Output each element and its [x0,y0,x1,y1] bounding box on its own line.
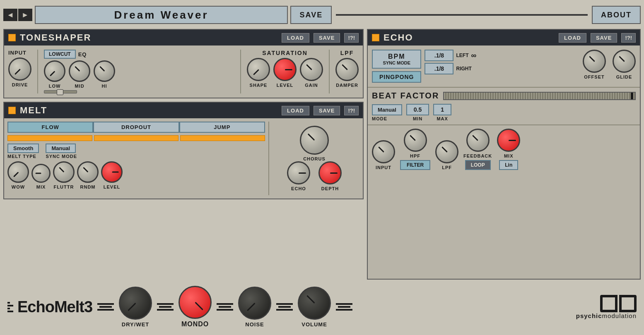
lin-button[interactable]: Lin [499,160,518,170]
mondo-knob[interactable] [178,286,212,319]
prev-button[interactable]: ◄ [3,9,17,21]
melt-sync-button[interactable]: Manual [46,144,76,153]
drive-knob[interactable] [8,57,31,81]
offset-label: OFFSET [584,74,604,79]
shape-knob[interactable] [247,58,270,81]
offset-knob[interactable] [583,50,606,73]
panels-row: TONESHAPER LOAD SAVE !?! INPUT DRIVE [3,29,641,280]
dry-wet-knob[interactable] [119,287,152,320]
eq-slider[interactable] [44,90,77,93]
toneshaper-indicator [8,34,16,41]
eq-line-9 [217,309,233,311]
ts-saturation-section: SATURATION SHAPE LEVEL [247,50,323,88]
bf-mode-group: Manual MODE [372,104,402,121]
damper-label: DAMPER [336,83,358,88]
feedback-label: FEEDBACK [463,153,492,158]
echo-mix-knob[interactable] [497,129,520,152]
mid-label: MID [75,84,84,89]
echo-save-button[interactable]: SAVE [591,33,617,43]
echo-panel: ECHO LOAD SAVE !?! BPM SYNC MODE [367,29,641,280]
gain-knob[interactable] [300,58,323,81]
wow-knob[interactable] [7,161,29,183]
eq-line-2 [99,306,112,308]
hi-knob[interactable] [94,60,115,82]
toneshaper-warn-button[interactable]: !?! [344,33,359,43]
melt-load-button[interactable]: LOAD [282,106,309,115]
ts-divider-1 [37,50,38,93]
hpf-knob-container: HPF FILTER [400,129,430,170]
echo-input-knob-container: INPUT [372,140,395,170]
preset-name-text: Dream Weaver [114,9,208,22]
melt-mix-knob[interactable] [31,164,51,183]
glide-label: GLIDE [616,74,632,79]
lpf-knob[interactable] [435,140,458,163]
bf-min-box[interactable]: 0.5 [406,104,429,115]
rndm-knob-container: RNDM [77,161,99,189]
bf-slider-container[interactable] [443,92,636,100]
fluttr-knob[interactable] [53,161,75,183]
filter-button[interactable]: FILTER [400,160,430,170]
psych-text: psychicmodulation [576,312,637,319]
echo-warn-button[interactable]: !?! [621,33,636,43]
toneshaper-load-button[interactable]: LOAD [282,33,309,43]
melt-mix-knob-container: MIX [31,164,51,189]
lpf-label: LPF [442,165,452,170]
sat-level-knob[interactable] [273,58,297,81]
right-panels: ECHO LOAD SAVE !?! BPM SYNC MODE [367,29,641,280]
toneshaper-save-button[interactable]: SAVE [314,33,340,43]
melt-tabs: FLOW DROPOUT JUMP [7,122,265,133]
low-knob[interactable] [44,60,65,82]
echo-input-knob[interactable] [372,140,395,163]
bf-min-group: 0.5 MIN [406,104,429,121]
bf-max-box[interactable]: 1 [433,104,451,115]
next-button[interactable]: ► [18,9,32,21]
melt-tab-dropout[interactable]: DROPOUT [93,122,179,133]
melt-right: CHORUS ECHO DEPTH [268,122,359,195]
echo-knob[interactable] [287,161,310,184]
bpm-text: BPM [379,53,414,60]
echo-indicator [372,34,379,41]
left-delay-label: LEFT [456,53,468,58]
bf-mode-button[interactable]: Manual [372,104,402,115]
depth-knob[interactable] [318,161,342,184]
damper-knob[interactable] [335,58,359,81]
about-button[interactable]: ABOUT [592,6,641,24]
psych-sq-left [600,295,617,312]
toneshaper-title: TONESHAPER [20,32,277,43]
hi-label: HI [102,84,107,89]
loop-button[interactable]: LOOP [465,160,491,170]
mid-knob[interactable] [69,60,90,82]
melt-type-sub: MELT TYPE [7,154,36,159]
right-delay-box[interactable]: .1/8 [425,63,453,74]
echo-load-button[interactable]: LOAD [559,33,586,43]
chorus-knob-container: CHORUS [300,126,329,161]
bf-title: BEAT FACTOR [372,91,439,100]
melt-level-knob[interactable] [101,161,123,183]
echo-depth-row: ECHO DEPTH [287,161,342,191]
volume-knob[interactable] [298,287,331,320]
rndm-knob[interactable] [77,161,99,183]
melt-sync-group: Manual SYNC MODE [46,144,77,159]
melt-tab-flow[interactable]: FLOW [7,122,93,133]
low-knob-container: LOW [44,60,65,89]
save-top-button[interactable]: SAVE [290,6,332,24]
lowcut-badge[interactable]: LOWCUT [44,50,76,59]
toneshaper-panel: TONESHAPER LOAD SAVE !?! INPUT DRIVE [3,29,364,98]
feedback-knob[interactable] [466,129,490,152]
shape-label: SHAPE [250,83,268,88]
psych-sq-right [619,295,637,312]
mid-knob-container: MID [69,60,90,89]
chorus-knob[interactable] [300,126,329,155]
melt-tab-jump[interactable]: JUMP [179,122,265,133]
left-delay-box[interactable]: .1/8 [425,50,453,61]
noise-knob[interactable] [238,287,271,320]
dry-wet-group: DRY/WET [119,287,152,328]
pingpong-button[interactable]: PINGPONG [372,71,421,83]
eq-slider-thumb [57,89,63,95]
hpf-knob[interactable] [404,129,427,152]
left-panels: TONESHAPER LOAD SAVE !?! INPUT DRIVE [3,29,364,280]
melt-save-button[interactable]: SAVE [314,106,340,115]
melt-type-button[interactable]: Smooth [7,144,39,153]
glide-knob[interactable] [613,50,636,73]
melt-warn-button[interactable]: !?! [344,106,359,115]
